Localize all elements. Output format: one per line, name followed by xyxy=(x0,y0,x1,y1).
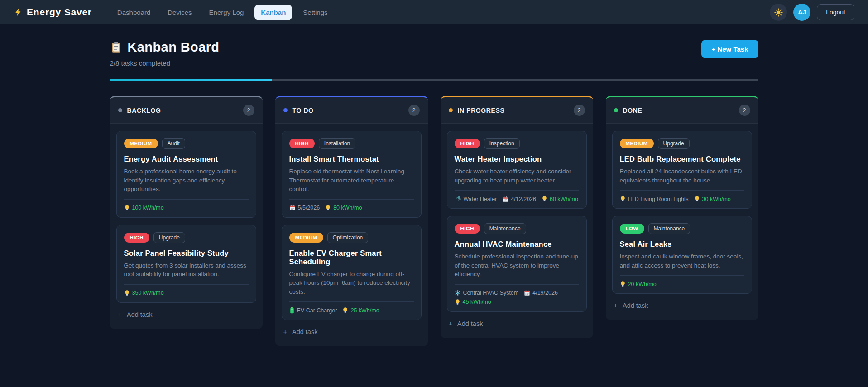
task-card[interactable]: LOW Maintenance Seal Air Leaks Inspect a… xyxy=(612,216,752,294)
calendar-icon xyxy=(524,290,530,296)
meta-text: 25 kWh/mo xyxy=(350,307,379,314)
task-card[interactable]: MEDIUM Audit Energy Audit Assessment Boo… xyxy=(116,131,256,218)
meta-text: 5/5/2026 xyxy=(298,205,320,211)
meta-text: 4/19/2026 xyxy=(532,290,558,296)
add-task-button[interactable]: + Add task xyxy=(447,317,485,330)
category-tag: Upgrade xyxy=(658,138,690,149)
meta-text: 20 kWh/mo xyxy=(628,281,657,287)
task-card[interactable]: MEDIUM Optimization Enable EV Charger Sm… xyxy=(282,225,422,320)
nav-link-energy-log[interactable]: Energy Log xyxy=(203,5,250,20)
meta-date: 5/5/2026 xyxy=(289,205,320,211)
plus-icon: + xyxy=(118,311,122,318)
navbar-right: AJ Logout xyxy=(770,4,854,21)
meta-energy: 25 kWh/mo xyxy=(342,307,379,314)
shower-icon xyxy=(455,196,461,202)
task-card[interactable]: HIGH Maintenance Annual HVAC Maintenance… xyxy=(447,216,587,312)
column-count-badge: 2 xyxy=(739,105,750,116)
task-card[interactable]: MEDIUM Upgrade LED Bulb Replacement Comp… xyxy=(612,131,752,209)
task-title: Install Smart Thermostat xyxy=(289,155,414,163)
meta-device: Water Heater xyxy=(455,196,497,202)
column-title: TO DO xyxy=(293,107,408,114)
task-title: Energy Audit Assessment xyxy=(124,155,249,163)
task-card[interactable]: HIGH Inspection Water Heater Inspection … xyxy=(447,131,587,209)
task-title: LED Bulb Replacement Complete xyxy=(620,155,744,163)
column-header: TO DO 2 xyxy=(275,97,428,124)
add-task-button[interactable]: + Add task xyxy=(612,299,650,312)
navbar-left: Energy Saver DashboardDevicesEnergy LogK… xyxy=(14,5,334,20)
meta-text: 80 kWh/mo xyxy=(333,205,362,211)
nav-link-settings[interactable]: Settings xyxy=(297,5,334,20)
meta-energy: 30 kWh/mo xyxy=(694,196,731,202)
badge-row: HIGH Maintenance xyxy=(455,223,579,234)
category-tag: Installation xyxy=(319,138,355,149)
meta-energy: 60 kWh/mo xyxy=(542,196,578,202)
bolt-icon xyxy=(14,8,23,17)
nav-link-kanban[interactable]: Kanban xyxy=(254,5,292,20)
plus-icon: + xyxy=(614,302,618,309)
priority-badge: HIGH xyxy=(455,224,480,234)
add-task-label: Add task xyxy=(457,320,483,327)
nav-link-devices[interactable]: Devices xyxy=(161,5,198,20)
meta-device: LED Living Room Lights xyxy=(620,196,689,202)
category-tag: Maintenance xyxy=(648,223,691,234)
task-card[interactable]: HIGH Upgrade Solar Panel Feasibility Stu… xyxy=(116,225,256,303)
task-title: Enable EV Charger Smart Scheduling xyxy=(289,249,414,266)
task-card[interactable]: HIGH Installation Install Smart Thermost… xyxy=(282,131,422,218)
progress-bar-track xyxy=(110,79,758,81)
page-title: Kanban Board xyxy=(128,40,220,55)
tasks-completed-text: 2/8 tasks completed xyxy=(110,59,220,67)
logout-button[interactable]: Logout xyxy=(817,4,854,20)
task-description: Get quotes from 3 solar installers and a… xyxy=(124,261,249,279)
bulb-icon xyxy=(124,205,130,211)
add-task-button[interactable]: + Add task xyxy=(116,308,154,321)
priority-badge: HIGH xyxy=(124,233,149,243)
add-task-button[interactable]: + Add task xyxy=(282,325,320,338)
badge-row: HIGH Inspection xyxy=(455,138,579,149)
badge-row: MEDIUM Optimization xyxy=(289,232,414,243)
meta-device: Central HVAC System xyxy=(455,290,519,296)
task-meta: EV Car Charger25 kWh/mo xyxy=(289,301,414,314)
task-title: Water Heater Inspection xyxy=(455,155,579,163)
bulb-icon xyxy=(124,290,130,296)
theme-toggle-button[interactable] xyxy=(770,4,787,21)
category-tag: Audit xyxy=(162,138,185,149)
meta-text: Water Heater xyxy=(464,196,497,202)
page-header: Kanban Board 2/8 tasks completed + New T… xyxy=(110,40,758,67)
bulb-icon xyxy=(455,299,460,306)
add-task-label: Add task xyxy=(292,328,317,335)
meta-date: 4/19/2026 xyxy=(524,290,558,296)
bulb-icon xyxy=(620,281,626,287)
bulb-icon xyxy=(694,196,700,202)
calendar-icon xyxy=(502,196,508,202)
column-header: IN PROGRESS 2 xyxy=(441,97,593,124)
kanban-column-backlog: BACKLOG 2 MEDIUM Audit Energy Audit Asse… xyxy=(110,96,263,329)
task-meta: Central HVAC System4/19/202645 kWh/mo xyxy=(455,284,579,306)
task-meta: Water Heater4/12/202660 kWh/mo xyxy=(455,190,579,202)
column-status-dot xyxy=(614,108,618,112)
column-header: DONE 2 xyxy=(606,97,758,124)
priority-badge: HIGH xyxy=(455,139,480,148)
meta-energy: 80 kWh/mo xyxy=(325,205,362,211)
meta-energy: 350 kWh/mo xyxy=(124,290,164,296)
avatar[interactable]: AJ xyxy=(793,4,810,21)
column-title: IN PROGRESS xyxy=(458,107,574,114)
task-description: Configure EV charger to charge during of… xyxy=(289,270,414,296)
column-title: BACKLOG xyxy=(127,107,243,114)
kanban-board: BACKLOG 2 MEDIUM Audit Energy Audit Asse… xyxy=(110,96,758,346)
meta-text: 350 kWh/mo xyxy=(132,290,164,296)
column-body: HIGH Installation Install Smart Thermost… xyxy=(275,124,428,321)
task-description: Inspect and caulk window frames, door se… xyxy=(620,252,744,270)
badge-row: LOW Maintenance xyxy=(620,223,744,234)
meta-device: EV Car Charger xyxy=(289,307,337,314)
meta-text: LED Living Room Lights xyxy=(628,196,689,202)
add-task-label: Add task xyxy=(623,302,648,309)
task-title: Solar Panel Feasibility Study xyxy=(124,249,249,258)
column-status-dot xyxy=(118,108,122,112)
new-task-button[interactable]: + New Task xyxy=(701,40,758,58)
meta-text: 4/12/2026 xyxy=(511,196,536,202)
badge-row: MEDIUM Audit xyxy=(124,138,249,149)
bulb-icon xyxy=(542,196,547,202)
nav-link-dashboard[interactable]: Dashboard xyxy=(111,5,157,20)
bulb-icon xyxy=(325,205,331,211)
battery-icon xyxy=(289,307,295,314)
